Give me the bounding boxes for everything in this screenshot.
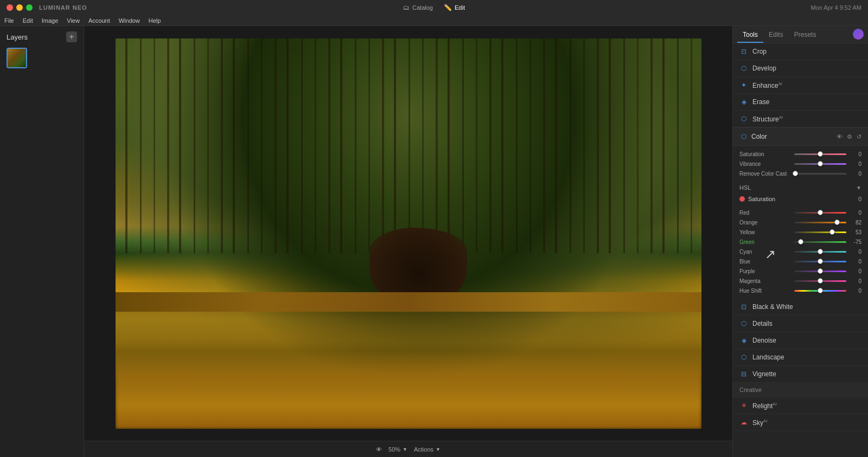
layer-thumbnail[interactable] xyxy=(7,48,27,68)
tool-develop[interactable]: ⬡ Develop xyxy=(733,60,868,77)
cyan-thumb[interactable] xyxy=(818,249,823,254)
color-eye-icon[interactable]: 👁 xyxy=(837,133,843,140)
crop-icon: ⊡ xyxy=(739,47,748,56)
vibrance-thumb[interactable] xyxy=(818,161,823,166)
menu-account[interactable]: Account xyxy=(88,17,110,24)
color-section-icon: ⬡ xyxy=(739,132,748,141)
grass-foreground xyxy=(116,292,701,312)
saturation-track-wrap[interactable] xyxy=(794,150,846,158)
canvas-toolbar: 👁 50% ▼ Actions ▼ xyxy=(84,441,732,457)
edit-button[interactable]: ✏️ Edit xyxy=(444,4,465,11)
purple-thumb[interactable] xyxy=(818,268,823,274)
tab-tools[interactable]: Tools xyxy=(737,28,763,43)
tool-relight[interactable]: ☀ RelightAI xyxy=(733,397,868,414)
yellow-track-wrap[interactable] xyxy=(794,228,846,236)
menu-view[interactable]: View xyxy=(67,17,80,24)
maximize-button[interactable] xyxy=(26,4,33,11)
close-button[interactable] xyxy=(7,4,13,11)
canvas-container[interactable] xyxy=(84,26,732,441)
enhance-icon: ✦ xyxy=(739,81,748,89)
tool-crop[interactable]: ⊡ Crop xyxy=(733,43,868,60)
green-thumb[interactable] xyxy=(798,239,803,244)
black-white-icon: ⊡ xyxy=(739,302,748,311)
visibility-toggle[interactable]: 👁 xyxy=(376,446,382,453)
purple-value: 0 xyxy=(850,268,861,274)
hsl-header[interactable]: HSL ▼ xyxy=(733,182,868,194)
menu-edit[interactable]: Edit xyxy=(23,17,33,24)
right-panel: Tools Edits Presets ⊡ Crop ⬡ Develop ✦ E… xyxy=(732,26,868,457)
magenta-track-wrap[interactable] xyxy=(794,277,846,285)
red-track-wrap[interactable] xyxy=(794,209,846,216)
tool-sky[interactable]: ☁ SkyAI xyxy=(733,414,868,431)
red-value: 0 xyxy=(850,210,861,216)
tool-landscape[interactable]: ⬡ Landscape xyxy=(733,349,868,366)
tool-details[interactable]: ⬡ Details xyxy=(733,316,868,332)
green-track-wrap[interactable] xyxy=(794,238,846,246)
color-reset-icon[interactable]: ↺ xyxy=(857,133,861,140)
actions-chevron-icon: ▼ xyxy=(436,447,441,452)
catalog-button[interactable]: 🗂 Catalog xyxy=(403,4,433,11)
develop-icon: ⬡ xyxy=(739,64,748,73)
traffic-lights xyxy=(7,4,33,11)
saturation-value: 0 xyxy=(850,151,861,157)
rcc-thumb[interactable] xyxy=(793,171,798,176)
tool-structure[interactable]: ⬡ StructureAI xyxy=(733,111,868,127)
purple-track-wrap[interactable] xyxy=(794,267,846,275)
saturation-thumb[interactable] xyxy=(818,151,823,157)
menu-window[interactable]: Window xyxy=(119,17,140,24)
cyan-track xyxy=(794,251,846,253)
hsl-selector[interactable]: Saturation 0 xyxy=(733,194,868,204)
zoom-control[interactable]: 50% ▼ xyxy=(388,446,407,453)
yellow-label: Yellow xyxy=(739,229,791,235)
menu-file[interactable]: File xyxy=(4,17,14,24)
hueshift-track-wrap[interactable] xyxy=(794,287,846,294)
hsl-label: HSL xyxy=(739,184,856,191)
color-section-name: Color xyxy=(751,133,837,140)
hueshift-thumb[interactable] xyxy=(818,288,823,293)
red-thumb[interactable] xyxy=(818,210,823,215)
tool-vignette[interactable]: ⊟ Vignette xyxy=(733,366,868,383)
hsl-channel-label: Saturation xyxy=(748,196,855,202)
green-value: -75 xyxy=(850,239,861,245)
add-layer-button[interactable]: + xyxy=(66,31,77,42)
menu-image[interactable]: Image xyxy=(42,17,59,24)
yellow-thumb[interactable] xyxy=(829,229,835,235)
blue-track-wrap[interactable] xyxy=(794,258,846,265)
rcc-track-wrap[interactable] xyxy=(794,170,846,177)
red-label: Red xyxy=(739,210,791,216)
tool-denoise[interactable]: ◈ Denoise xyxy=(733,332,868,349)
cyan-track-wrap[interactable] xyxy=(794,248,846,255)
orange-track-wrap[interactable] xyxy=(794,218,846,226)
tool-details-label: Details xyxy=(752,320,861,327)
color-section-header[interactable]: ⬡ Color 👁 ⚙ ↺ xyxy=(733,127,868,146)
layers-title: Layers xyxy=(7,33,28,41)
magenta-thumb[interactable] xyxy=(818,278,823,284)
tool-black-white[interactable]: ⊡ Black & White xyxy=(733,299,868,316)
tool-erase[interactable]: ◈ Erase xyxy=(733,94,868,111)
color-section-actions: 👁 ⚙ ↺ xyxy=(837,133,861,140)
orange-thumb[interactable] xyxy=(834,220,840,225)
color-settings-icon[interactable]: ⚙ xyxy=(847,133,852,140)
actions-button[interactable]: Actions ▼ xyxy=(414,446,441,453)
tab-presets[interactable]: Presets xyxy=(789,28,822,43)
purple-label: Purple xyxy=(739,268,791,274)
saturation-track xyxy=(794,153,846,155)
menu-help[interactable]: Help xyxy=(149,17,161,24)
purple-track xyxy=(794,271,846,272)
hsl-chevron-icon: ▼ xyxy=(856,185,861,191)
blue-thumb[interactable] xyxy=(818,259,823,264)
user-avatar[interactable] xyxy=(853,29,864,40)
orange-value: 82 xyxy=(850,220,861,226)
green-row: Green -75 xyxy=(739,238,861,246)
minimize-button[interactable] xyxy=(16,4,23,11)
tool-vignette-label: Vignette xyxy=(752,370,861,378)
titlebar-right: Mon Apr 4 9:52 AM xyxy=(810,4,861,11)
tool-enhance[interactable]: ✦ EnhanceAI xyxy=(733,77,868,94)
landscape-icon: ⬡ xyxy=(739,353,748,362)
tools-list: ⊡ Crop ⬡ Develop ✦ EnhanceAI ◈ Erase ⬡ S… xyxy=(733,43,868,457)
canvas-area: 👁 50% ▼ Actions ▼ xyxy=(84,26,732,457)
tab-edits[interactable]: Edits xyxy=(763,28,789,43)
vignette-icon: ⊟ xyxy=(739,370,748,378)
panel-tabs: Tools Edits Presets xyxy=(733,26,868,43)
vibrance-track-wrap[interactable] xyxy=(794,160,846,168)
